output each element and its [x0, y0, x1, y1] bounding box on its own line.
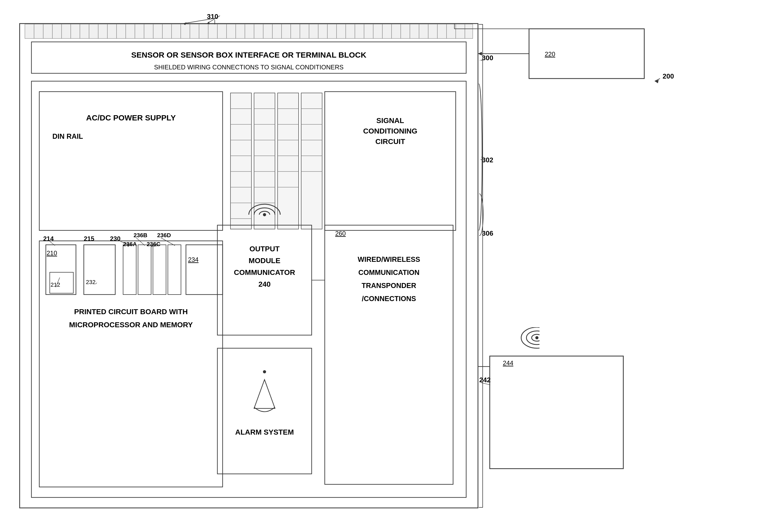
output-module-label3: COMMUNICATOR — [234, 268, 295, 276]
power-supply-label: AC/DC POWER SUPPLY — [86, 113, 176, 122]
wireless-label2: COMMUNICATION — [358, 268, 419, 276]
shielded-wiring-label: SHIELDED WIRING CONNECTIONS TO SIGNAL CO… — [154, 64, 344, 71]
ref-236D: 236D — [157, 232, 171, 239]
ref-232-label: 232 — [86, 279, 96, 285]
ref-244-label: 244 — [503, 359, 513, 366]
svg-rect-58 — [301, 93, 322, 229]
sensor-interface-label: SENSOR OR SENSOR BOX INTERFACE OR TERMIN… — [131, 51, 367, 59]
ref-302: 302 — [482, 156, 493, 164]
ref-242: 242 — [479, 376, 490, 384]
alarm-label1: ALARM SYSTEM — [235, 428, 294, 436]
svg-point-98 — [263, 213, 266, 216]
svg-rect-2 — [25, 24, 473, 39]
wireless-label1: WIRED/WIRELESS — [358, 256, 420, 264]
diagram: SENSOR OR SENSOR BOX INTERFACE OR TERMIN… — [0, 0, 765, 532]
svg-rect-57 — [278, 93, 299, 229]
output-module-label2: MODULE — [249, 257, 280, 265]
signal-conditioning-label3: CIRCUIT — [375, 138, 405, 146]
ref-215: 215 — [84, 235, 94, 242]
ref-234-label: 234 — [188, 256, 199, 263]
terminal-blocks — [25, 24, 473, 39]
svg-rect-0 — [0, 0, 765, 532]
svg-point-106 — [263, 370, 266, 373]
ref-236B: 236B — [134, 232, 148, 239]
svg-point-128 — [535, 336, 538, 339]
pcb-label2: MICROPROCESSOR AND MEMORY — [69, 321, 193, 329]
pcb-label1: PRINTED CIRCUIT BOARD WITH — [74, 307, 188, 316]
output-module-label1: OUTPUT — [249, 245, 280, 253]
svg-rect-56 — [254, 93, 275, 229]
wireless-label3: TRANSPONDER — [362, 282, 416, 289]
ref-260-label: 260 — [335, 230, 346, 237]
ref-220-label: 220 — [545, 51, 555, 58]
ref-210-label: 210 — [47, 250, 57, 257]
svg-rect-55 — [231, 93, 252, 229]
signal-conditioning-label: SIGNAL — [377, 117, 404, 125]
ref-306: 306 — [482, 229, 493, 237]
ref-300: 300 — [482, 54, 493, 62]
ref-230: 230 — [110, 235, 121, 242]
output-module-label4: 240 — [259, 280, 271, 288]
signal-conditioning-label2: CONDITIONING — [363, 127, 417, 135]
ref-212-label: 212 — [51, 281, 60, 288]
ref-236A: 236A — [123, 241, 137, 248]
wireless-label4: /CONNECTIONS — [362, 295, 416, 303]
ref-200: 200 — [663, 72, 674, 80]
ref-214: 214 — [43, 235, 54, 242]
din-rail-label: DIN RAIL — [52, 133, 83, 140]
